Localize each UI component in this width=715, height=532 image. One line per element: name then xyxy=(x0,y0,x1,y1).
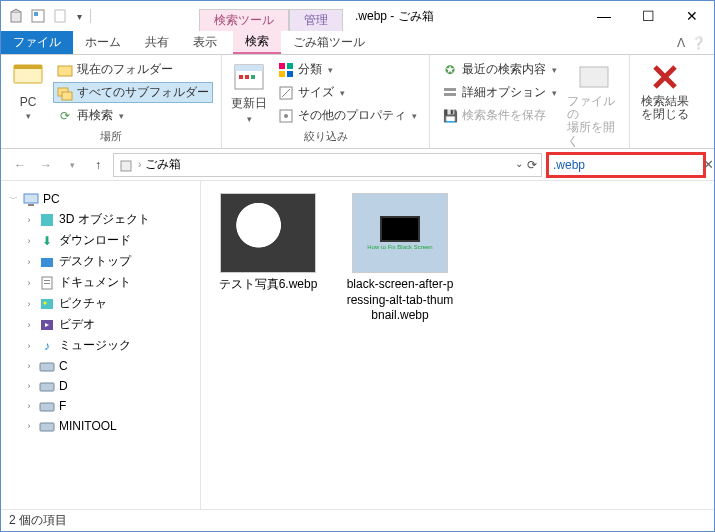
recycle-bin-small-icon xyxy=(118,157,134,173)
tree-item[interactable]: ›ドキュメント xyxy=(5,272,196,293)
ribbon-recent-searches[interactable]: ✪最近の検索内容▾ xyxy=(438,59,561,80)
file-item[interactable]: テスト写真6.webp xyxy=(213,193,323,293)
ribbon-open-file-location: ファイルの 場所を開く xyxy=(567,59,621,148)
qat-properties-icon[interactable] xyxy=(29,7,47,25)
ribbon-search-again[interactable]: ⟳再検索▾ xyxy=(53,105,213,126)
ribbon-pc-button[interactable]: PC ▾ xyxy=(9,59,47,121)
context-tab-search-tools[interactable]: 検索ツール xyxy=(199,9,289,31)
svg-rect-37 xyxy=(40,383,54,391)
search-box[interactable]: ✕ xyxy=(546,152,706,178)
file-name: テスト写真6.webp xyxy=(219,277,318,293)
svg-rect-14 xyxy=(279,63,285,69)
qat-blank-icon[interactable] xyxy=(51,7,69,25)
minimize-button[interactable]: — xyxy=(582,1,626,31)
ribbon-size[interactable]: サイズ▾ xyxy=(274,82,421,103)
address-box[interactable]: › ごみ箱 ⌄ ⟳ xyxy=(113,153,542,177)
content-pane[interactable]: テスト写真6.webp How to Fix Black Screen blac… xyxy=(201,181,714,509)
svg-rect-22 xyxy=(444,93,456,96)
ribbon: PC ▾ 現在のフォルダー すべてのサブフォルダー ⟳再検索▾ 場所 更新日 ▾… xyxy=(1,55,714,149)
nav-recent-dropdown[interactable]: ▾ xyxy=(61,154,83,176)
ribbon-updated-button[interactable]: 更新日 ▾ xyxy=(230,59,268,124)
file-item[interactable]: How to Fix Black Screen black-screen-aft… xyxy=(345,193,455,324)
ribbon-collapse-icon[interactable]: ᐱ xyxy=(677,36,685,50)
tree-item[interactable]: ›D xyxy=(5,376,196,396)
context-tab-manage[interactable]: 管理 xyxy=(289,9,343,31)
tree-item[interactable]: ›デスクトップ xyxy=(5,251,196,272)
tree-pc[interactable]: ﹀PC xyxy=(5,189,196,209)
address-bar: ← → ▾ ↑ › ごみ箱 ⌄ ⟳ ✕ xyxy=(1,149,714,181)
tab-file[interactable]: ファイル xyxy=(1,31,73,54)
svg-rect-36 xyxy=(40,363,54,371)
tree-item[interactable]: ›♪ミュージック xyxy=(5,335,196,356)
ribbon-group-refine: 絞り込み xyxy=(230,127,421,144)
tab-share[interactable]: 共有 xyxy=(133,31,181,54)
ribbon-group-location: 場所 xyxy=(9,127,213,144)
clear-search-icon[interactable]: ✕ xyxy=(703,157,714,173)
title-bar: ▾ 検索ツール 管理 .webp - ごみ箱 — ☐ ✕ xyxy=(1,1,714,31)
thumbnail-image xyxy=(220,193,316,273)
tree-item[interactable]: ›F xyxy=(5,396,196,416)
status-item-count: 2 個の項目 xyxy=(9,512,67,529)
svg-rect-12 xyxy=(245,75,249,79)
svg-rect-0 xyxy=(11,12,21,22)
svg-rect-32 xyxy=(41,299,53,309)
svg-rect-3 xyxy=(55,10,65,22)
svg-rect-28 xyxy=(41,258,53,267)
svg-rect-11 xyxy=(239,75,243,79)
svg-rect-2 xyxy=(34,12,38,16)
svg-rect-27 xyxy=(41,214,53,226)
svg-rect-23 xyxy=(580,67,608,87)
ribbon-current-folder[interactable]: 現在のフォルダー xyxy=(53,59,213,80)
tree-item[interactable]: ›MINITOOL xyxy=(5,416,196,436)
ribbon-kind[interactable]: 分類▾ xyxy=(274,59,421,80)
status-bar: 2 個の項目 xyxy=(1,509,714,531)
help-icon[interactable]: ❔ xyxy=(691,36,706,50)
svg-rect-6 xyxy=(58,66,72,76)
tree-item[interactable]: ›3D オブジェクト xyxy=(5,209,196,230)
close-button[interactable]: ✕ xyxy=(670,1,714,31)
thumbnail-image: How to Fix Black Screen xyxy=(352,193,448,273)
svg-rect-31 xyxy=(44,283,50,284)
chevron-right-icon[interactable]: › xyxy=(138,159,141,170)
ribbon-other-props[interactable]: その他のプロパティ▾ xyxy=(274,105,421,126)
svg-rect-5 xyxy=(14,65,42,69)
svg-rect-10 xyxy=(235,65,263,71)
recycle-bin-icon xyxy=(7,7,25,25)
tree-item[interactable]: ›C xyxy=(5,356,196,376)
address-dropdown-icon[interactable]: ⌄ xyxy=(515,158,523,172)
window-title: .webp - ごみ箱 xyxy=(355,8,434,25)
svg-rect-24 xyxy=(121,161,131,171)
tree-item[interactable]: ›ピクチャ xyxy=(5,293,196,314)
menu-bar: ファイル ホーム 共有 表示 検索 ごみ箱ツール ᐱ ❔ xyxy=(1,31,714,55)
svg-rect-25 xyxy=(24,194,38,203)
file-name: black-screen-after-pressing-alt-tab-thum… xyxy=(345,277,455,324)
ribbon-save-conditions: 💾検索条件を保存 xyxy=(438,105,561,126)
tab-home[interactable]: ホーム xyxy=(73,31,133,54)
tab-search[interactable]: 検索 xyxy=(233,31,281,54)
svg-point-20 xyxy=(284,114,288,118)
maximize-button[interactable]: ☐ xyxy=(626,1,670,31)
tab-view[interactable]: 表示 xyxy=(181,31,229,54)
tree-item[interactable]: ›ビデオ xyxy=(5,314,196,335)
ribbon-close-search[interactable]: 検索結果 を閉じる xyxy=(638,59,692,121)
svg-rect-21 xyxy=(444,88,456,91)
navigation-tree[interactable]: ﹀PC ›3D オブジェクト ›⬇ダウンロード ›デスクトップ ›ドキュメント … xyxy=(1,181,201,509)
qat-dropdown-icon[interactable]: ▾ xyxy=(73,11,86,22)
svg-rect-30 xyxy=(44,280,50,281)
refresh-icon[interactable]: ⟳ xyxy=(527,158,537,172)
svg-rect-8 xyxy=(62,92,72,100)
breadcrumb-location[interactable]: ごみ箱 xyxy=(145,156,181,173)
svg-rect-26 xyxy=(28,204,34,206)
ribbon-all-subfolders[interactable]: すべてのサブフォルダー xyxy=(53,82,213,103)
ribbon-pc-label: PC xyxy=(20,95,37,109)
ribbon-advanced-options[interactable]: 詳細オプション▾ xyxy=(438,82,561,103)
search-input[interactable] xyxy=(553,158,703,172)
svg-rect-17 xyxy=(287,71,293,77)
nav-up-button[interactable]: ↑ xyxy=(87,154,109,176)
svg-rect-15 xyxy=(287,63,293,69)
svg-rect-13 xyxy=(251,75,255,79)
svg-rect-39 xyxy=(40,423,54,431)
nav-back-button: ← xyxy=(9,154,31,176)
tab-recycle-tools[interactable]: ごみ箱ツール xyxy=(281,31,377,54)
tree-item[interactable]: ›⬇ダウンロード xyxy=(5,230,196,251)
